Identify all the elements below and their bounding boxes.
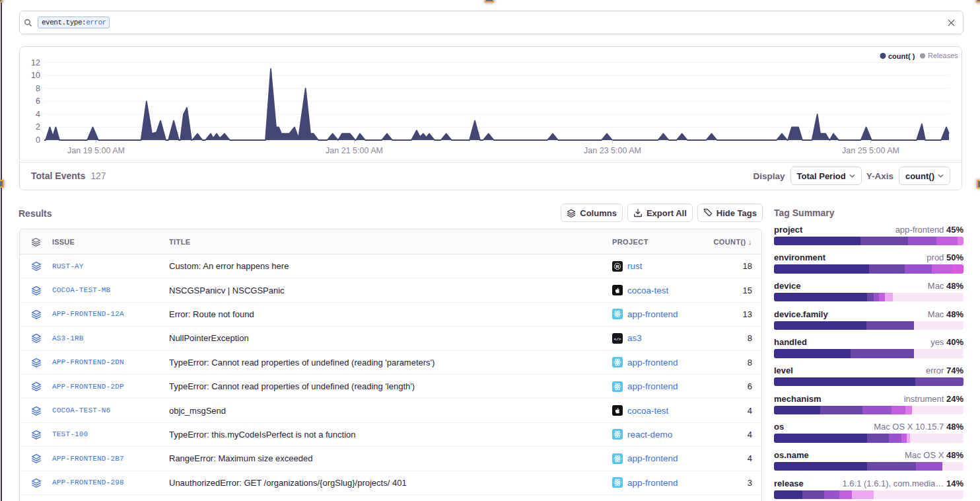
- svg-text:</>: </>: [613, 337, 621, 342]
- svg-text:4: 4: [36, 110, 40, 119]
- svg-text:8: 8: [36, 84, 40, 93]
- svg-text:6: 6: [36, 96, 40, 106]
- svg-text:Jan 23 5:00 AM: Jan 23 5:00 AM: [584, 146, 641, 155]
- svg-text:2: 2: [36, 122, 40, 132]
- svg-text:R: R: [615, 263, 619, 269]
- svg-text:0: 0: [36, 135, 40, 145]
- svg-text:12: 12: [31, 58, 40, 67]
- svg-text:Jan 21 5:00 AM: Jan 21 5:00 AM: [326, 146, 383, 155]
- svg-text:10: 10: [31, 71, 40, 80]
- svg-text:Jan 19 5:00 AM: Jan 19 5:00 AM: [67, 146, 125, 155]
